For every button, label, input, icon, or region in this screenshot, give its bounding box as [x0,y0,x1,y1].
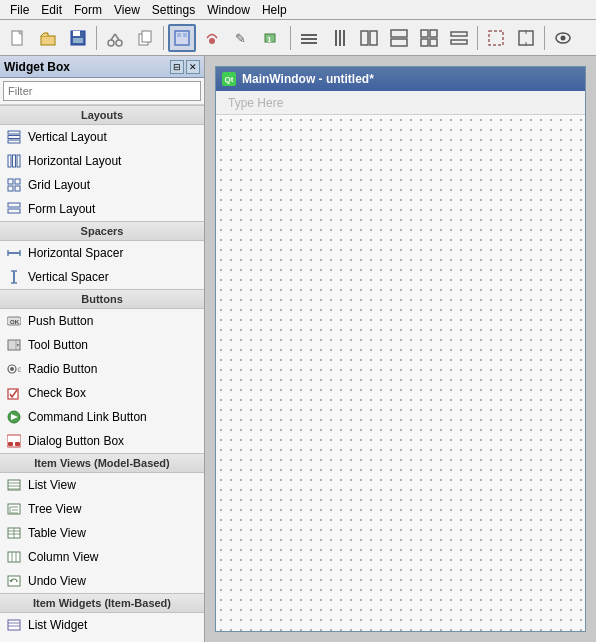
svg-rect-86 [8,552,20,562]
tab-order-icon: 1 [263,29,281,47]
item-check-box[interactable]: Check Box [0,381,204,405]
layout-split-h-button[interactable] [355,24,383,52]
widget-box-titlebar: Widget Box ⊟ ✕ [0,56,204,78]
preview-button[interactable] [549,24,577,52]
svg-text:1: 1 [267,35,272,44]
tool-button-label: Tool Button [28,338,88,352]
item-list-widget[interactable]: List Widget [0,613,204,637]
sep1 [96,26,97,50]
copy-button[interactable] [131,24,159,52]
widget-editor-button[interactable] [168,24,196,52]
save-icon [69,29,87,47]
item-dialog-button-box[interactable]: Dialog Button Box [0,429,204,453]
layout-h-icon [300,29,318,47]
svg-line-8 [111,34,115,40]
svg-rect-29 [421,30,428,37]
dialog-button-box-label: Dialog Button Box [28,434,124,448]
widget-box-controls: ⊟ ✕ [170,60,200,74]
layout-split-v-button[interactable] [385,24,413,52]
push-button-icon: OK [6,313,22,329]
layout-grid-button[interactable] [415,24,443,52]
menu-help[interactable]: Help [256,1,293,19]
svg-rect-25 [361,31,368,45]
list-view-label: List View [28,478,76,492]
break-layout-icon [487,29,505,47]
tab-order-button[interactable]: 1 [258,24,286,52]
cut-button[interactable] [101,24,129,52]
svg-rect-35 [489,31,503,45]
item-tool-button[interactable]: Tool Button [0,333,204,357]
item-tree-widget[interactable]: Tree Widget [0,637,204,642]
item-radio-button[interactable]: ⊙ Radio Button [0,357,204,381]
item-command-link-button[interactable]: Command Link Button [0,405,204,429]
svg-rect-4 [73,31,80,36]
widget-box: Widget Box ⊟ ✕ Layouts Vertical La [0,56,205,642]
layout-v-button[interactable] [325,24,353,52]
type-here-placeholder[interactable]: Type Here [220,93,291,113]
menu-edit[interactable]: Edit [35,1,68,19]
main-window-menubar[interactable]: Type Here [216,91,585,115]
item-form-layout[interactable]: Form Layout [0,197,204,221]
menu-view[interactable]: View [108,1,146,19]
item-table-view[interactable]: Table View [0,521,204,545]
svg-rect-52 [8,209,20,213]
layout-split-v-icon [390,29,408,47]
canvas-dotted[interactable] [216,115,585,631]
svg-rect-5 [73,38,83,43]
sep4 [477,26,478,50]
widget-box-close-button[interactable]: ✕ [186,60,200,74]
break-layout-button[interactable] [482,24,510,52]
save-button[interactable] [64,24,92,52]
grid-layout-label: Grid Layout [28,178,90,192]
column-view-icon [6,549,22,565]
svg-rect-51 [8,203,20,207]
preview-icon [554,29,572,47]
svg-rect-28 [391,39,407,46]
menu-window[interactable]: Window [201,1,256,19]
svg-point-15 [209,38,215,44]
undo-view-icon [6,573,22,589]
layout-h-button[interactable] [295,24,323,52]
signals-icon [203,29,221,47]
item-horizontal-layout[interactable]: Horizontal Layout [0,149,204,173]
item-grid-layout[interactable]: Grid Layout [0,173,204,197]
item-vertical-spacer[interactable]: Vertical Spacer [0,265,204,289]
canvas-area[interactable]: Qt MainWindow - untitled* Type Here [205,56,596,642]
menu-file[interactable]: File [4,1,35,19]
horizontal-layout-label: Horizontal Layout [28,154,121,168]
vertical-layout-icon [6,129,22,145]
layout-v-icon [330,29,348,47]
layout-form-button[interactable] [445,24,473,52]
item-column-view[interactable]: Column View [0,545,204,569]
svg-rect-19 [301,34,317,36]
item-horizontal-spacer[interactable]: Horizontal Spacer [0,241,204,265]
adjust-size-button[interactable] [512,24,540,52]
svg-rect-47 [8,179,13,184]
open-button[interactable] [34,24,62,52]
menu-settings[interactable]: Settings [146,1,201,19]
widget-box-float-button[interactable]: ⊟ [170,60,184,74]
horizontal-spacer-icon [6,245,22,261]
new-button[interactable] [4,24,32,52]
svg-rect-71 [8,442,13,446]
item-push-button[interactable]: OK Push Button [0,309,204,333]
item-tree-view[interactable]: Tree View [0,497,204,521]
main-window: Qt MainWindow - untitled* Type Here [215,66,586,632]
signals-button[interactable] [198,24,226,52]
item-list-view[interactable]: List View [0,473,204,497]
copy-icon [136,29,154,47]
undo-view-label: Undo View [28,574,86,588]
item-undo-view[interactable]: Undo View [0,569,204,593]
filter-input[interactable] [3,81,201,101]
qt-logo: Qt [222,72,236,86]
grid-layout-icon [6,177,22,193]
buddies-button[interactable]: ✎ [228,24,256,52]
section-item-views: Item Views (Model-Based) [0,453,204,473]
widget-editor-icon [173,29,191,47]
item-vertical-layout[interactable]: Vertical Layout [0,125,204,149]
svg-rect-89 [8,576,20,586]
menu-form[interactable]: Form [68,1,108,19]
svg-text:✎: ✎ [235,31,246,46]
svg-rect-41 [8,131,20,134]
main-window-body: Type Here [216,91,585,631]
